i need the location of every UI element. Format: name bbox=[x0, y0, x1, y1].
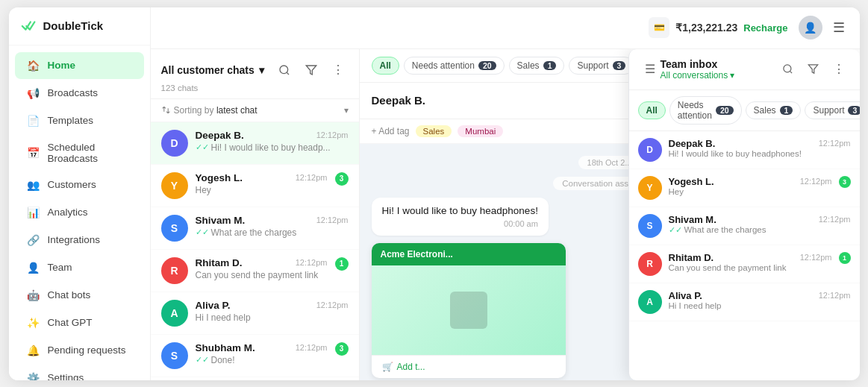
sidebar-item-broadcasts[interactable]: 📢 Broadcasts bbox=[15, 80, 144, 107]
filter-tab-support[interactable]: Support 3 bbox=[569, 57, 634, 75]
overlay-tab-support[interactable]: Support 3 bbox=[805, 101, 859, 119]
avatar: R bbox=[161, 257, 188, 284]
sidebar-item-chat-gpt[interactable]: ✨ Chat GPT bbox=[15, 309, 144, 336]
mumbai-tag[interactable]: Mumbai bbox=[458, 125, 503, 137]
sidebar-item-analytics[interactable]: 📊 Analytics bbox=[15, 199, 144, 226]
sidebar-item-settings[interactable]: ⚙️ Settings bbox=[15, 365, 144, 380]
integrations-icon: 🔗 bbox=[27, 233, 40, 247]
chat-time: 12:12pm bbox=[819, 215, 851, 224]
chat-name-row: Shivam M. 12:12pm bbox=[669, 214, 851, 225]
chat-name-row: Shubham M. 12:12pm bbox=[196, 342, 328, 353]
chat-name: Deepak B. bbox=[196, 130, 244, 141]
sidebar-item-label: Chat bots bbox=[48, 289, 91, 301]
chat-name: Shubham M. bbox=[196, 342, 255, 353]
chat-time: 12:12pm bbox=[296, 258, 328, 267]
overlay-chat-item-yogesh[interactable]: Y Yogesh L. 12:12pm Hey 3 bbox=[629, 169, 860, 207]
sidebar-item-home[interactable]: 🏠 Home bbox=[15, 52, 144, 79]
filter-tab-needs-attention[interactable]: Needs attention 20 bbox=[404, 57, 505, 75]
avatar: D bbox=[161, 130, 188, 157]
chat-time: 12:12pm bbox=[316, 215, 349, 224]
chat-info: Deepak B. 12:12pm ✓✓ Hi! I would like to… bbox=[196, 130, 349, 153]
chat-name: Yogesh L. bbox=[669, 176, 714, 187]
overlay-tab-needs-attention[interactable]: Needs attention 20 bbox=[669, 96, 742, 125]
overlay-chat-item-rhitam[interactable]: R Rhitam D. 12:12pm Can you send the pay… bbox=[629, 245, 860, 283]
chat-time: 12:12pm bbox=[316, 130, 349, 139]
sidebar-item-chat-bots[interactable]: 🤖 Chat bots bbox=[15, 282, 144, 309]
overlay-search-button[interactable] bbox=[778, 59, 799, 80]
add-to-cart-button[interactable]: 🛒 Add t... bbox=[372, 355, 566, 378]
overlay-chat-item-aliva[interactable]: A Aliva P. 12:12pm Hi I need help bbox=[629, 283, 860, 321]
chat-preview: Hi I need help bbox=[196, 312, 349, 323]
logo-text: DoubleTick bbox=[43, 19, 104, 32]
overlay-chat-item-deepak[interactable]: D Deepak B. 12:12pm Hi! I would like to … bbox=[629, 131, 860, 169]
sidebar-item-templates[interactable]: 📄 Templates bbox=[15, 107, 144, 134]
chat-name-row: Yogesh L. 12:12pm bbox=[196, 172, 328, 183]
overlay-filter-tabs: All Needs attention 20 Sales 1 Support 3 bbox=[629, 90, 860, 131]
overlay-title-group: Team inbox All conversations ▾ bbox=[661, 58, 778, 81]
team-icon: 👤 bbox=[27, 261, 40, 274]
double-tick-icon: ✓✓ bbox=[196, 355, 209, 365]
thumbnail-bg bbox=[372, 265, 566, 355]
chat-item-deepak[interactable]: D Deepak B. 12:12pm ✓✓ Hi! I would like … bbox=[151, 122, 359, 165]
message-text: Hi! I would like to buy headphones! bbox=[382, 205, 538, 216]
chat-preview: Hey bbox=[196, 185, 328, 195]
chat-item-shivam[interactable]: S Shivam M. 12:12pm ✓✓ What are the char… bbox=[151, 207, 359, 250]
chat-item-yogesh[interactable]: Y Yogesh L. 12:12pm Hey 3 bbox=[151, 165, 359, 207]
more-options-button[interactable]: ⋮ bbox=[328, 60, 349, 81]
sales-tag[interactable]: Sales bbox=[416, 125, 452, 137]
chat-time: 12:12pm bbox=[819, 291, 851, 300]
sidebar-item-team[interactable]: 👤 Team bbox=[15, 254, 144, 281]
chat-list-title[interactable]: All customer chats ▾ bbox=[161, 64, 264, 76]
avatar: S bbox=[638, 214, 662, 238]
unread-badge: 3 bbox=[335, 342, 349, 356]
sort-row: Sorting by latest chat ▾ bbox=[151, 99, 359, 122]
main-area: 💳 ₹1,23,221.23 Recharge 👤 ☰ All customer… bbox=[151, 7, 860, 380]
filter-button[interactable] bbox=[301, 60, 322, 81]
menu-icon[interactable]: ☰ bbox=[833, 19, 845, 36]
chat-preview: ✓✓ Done! bbox=[196, 355, 328, 365]
video-thumbnail: ▶ Play bbox=[372, 265, 566, 355]
overlay-subtitle-text: All conversations bbox=[661, 70, 728, 81]
wallet-icon: 💳 bbox=[649, 17, 669, 38]
chat-name-row: Shivam M. 12:12pm bbox=[196, 215, 349, 226]
filter-tab-sales[interactable]: Sales 1 bbox=[509, 57, 565, 75]
overlay-filter-button[interactable] bbox=[803, 59, 824, 80]
pending-icon: 🔔 bbox=[27, 344, 40, 357]
sidebar-item-pending-requests[interactable]: 🔔 Pending requests bbox=[15, 337, 144, 364]
sidebar-item-integrations[interactable]: 🔗 Integrations bbox=[15, 227, 144, 254]
chat-item-harsh[interactable]: H Harsh N. 12:13pm Yes please send it bbox=[151, 377, 359, 380]
product-video-card: Acme Electroni... ▶ Play bbox=[372, 243, 566, 378]
overlay-more-button[interactable]: ⋮ bbox=[828, 59, 849, 80]
avatar: D bbox=[638, 138, 662, 162]
overlay-tab-sales[interactable]: Sales 1 bbox=[746, 101, 802, 119]
chat-item-aliva[interactable]: A Aliva P. 12:12pm Hi I need help bbox=[151, 292, 359, 335]
filter-tabs-top: All Needs attention 20 Sales 1 Support 3 bbox=[372, 57, 634, 75]
chat-list-title-text: All customer chats bbox=[161, 64, 255, 76]
recharge-button[interactable]: Recharge bbox=[743, 22, 787, 34]
chat-preview: ✓✓ What are the charges bbox=[196, 227, 349, 238]
contact-name: Deepak B. bbox=[372, 94, 426, 107]
chat-name: Aliva P. bbox=[196, 300, 231, 311]
overlay-menu-button[interactable]: ☰ bbox=[640, 59, 661, 80]
sidebar-item-label: Broadcasts bbox=[48, 87, 99, 98]
chat-item-shubham[interactable]: S Shubham M. 12:12pm ✓✓ Done! 3 bbox=[151, 335, 359, 377]
filter-tab-all[interactable]: All bbox=[372, 57, 399, 75]
overlay-tab-all[interactable]: All bbox=[638, 101, 666, 119]
chat-name-row: Rhitam D. 12:12pm bbox=[669, 252, 832, 263]
chat-item-rhitam[interactable]: R Rhitam D. 12:12pm Can you send the pay… bbox=[151, 250, 359, 292]
search-button[interactable] bbox=[274, 60, 295, 81]
user-avatar[interactable]: 👤 bbox=[799, 16, 822, 40]
avatar: Y bbox=[638, 176, 662, 200]
sidebar-item-customers[interactable]: 👥 Customers bbox=[15, 172, 144, 198]
overlay-subtitle[interactable]: All conversations ▾ bbox=[661, 70, 778, 81]
chat-name: Aliva P. bbox=[669, 290, 702, 301]
sort-chevron-icon[interactable]: ▾ bbox=[344, 105, 349, 116]
chat-name: Rhitam D. bbox=[669, 252, 714, 263]
avatar: A bbox=[161, 300, 188, 327]
add-tag-button[interactable]: + Add tag bbox=[372, 126, 410, 136]
product-image-placeholder bbox=[450, 292, 487, 329]
sidebar-item-scheduled-broadcasts[interactable]: 📅 Scheduled Broadcasts bbox=[15, 135, 144, 171]
sidebar-item-label: Scheduled Broadcasts bbox=[48, 142, 132, 164]
overlay-chat-item-shivam[interactable]: S Shivam M. 12:12pm ✓✓ What are the char… bbox=[629, 207, 860, 245]
chat-name: Yogesh L. bbox=[196, 172, 243, 183]
